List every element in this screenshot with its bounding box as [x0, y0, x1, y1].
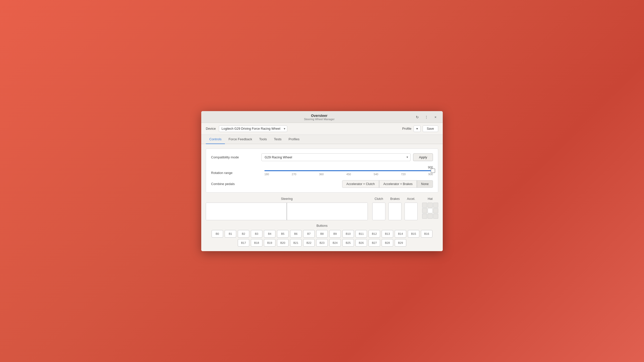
button-b29: B29	[395, 239, 406, 247]
button-b26: B26	[355, 239, 367, 247]
menu-button[interactable]: ⋮	[423, 114, 430, 120]
button-b11: B11	[355, 230, 367, 238]
apply-button[interactable]: Apply	[413, 153, 433, 161]
accel-clutch-button[interactable]: Accelerator + Clutch	[342, 180, 379, 188]
buttons-title: Buttons	[206, 224, 438, 228]
profile-label: Profile	[402, 127, 412, 130]
hat-cell-ml	[422, 208, 427, 213]
device-select-wrap: Logitech G29 Driving Force Racing Wheel	[219, 125, 287, 132]
button-b22: B22	[303, 239, 315, 247]
tick-360: 360	[319, 173, 324, 176]
titlebar: Oversteer Steering Wheel Manager ↻ ⋮ ×	[201, 111, 443, 123]
toolbar-right: Profile ▾ Save	[402, 125, 438, 132]
buttons-section: Buttons B0 B1 B2 B3 B4 B5 B6 B7 B8 B9 B1…	[206, 224, 438, 247]
rotation-slider-thumb[interactable]	[431, 168, 435, 173]
button-b7: B7	[303, 230, 315, 238]
tabs-bar: Controls Force Feedback Tools Tests Prof…	[201, 135, 443, 144]
compatibility-select[interactable]: G29 Racing Wheel	[261, 153, 411, 161]
compatibility-select-wrap: G29 Racing Wheel	[261, 153, 411, 161]
combine-pedals-buttons: Accelerator + Clutch Accelerator + Brake…	[342, 180, 433, 188]
none-button[interactable]: None	[417, 180, 433, 188]
button-b18: B18	[251, 239, 262, 247]
hat-grid	[422, 203, 438, 219]
button-b2: B2	[238, 230, 249, 238]
tick-720: 720	[401, 173, 406, 176]
titlebar-center: Oversteer Steering Wheel Manager	[225, 114, 414, 121]
save-button[interactable]: Save	[423, 125, 438, 132]
button-b20: B20	[277, 239, 289, 247]
app-title: Oversteer	[225, 114, 414, 118]
hat-section: Hat	[422, 197, 438, 219]
steering-title: Steering	[206, 197, 368, 201]
tick-180: 180	[264, 173, 269, 176]
button-b23: B23	[316, 239, 328, 247]
steering-left	[206, 203, 287, 220]
app-subtitle: Steering Wheel Manager	[225, 118, 414, 121]
accel-item: Accel.	[405, 197, 418, 220]
button-b5: B5	[277, 230, 289, 238]
hat-cell-mr	[433, 208, 438, 213]
hat-title: Hat	[428, 197, 432, 201]
tab-controls[interactable]: Controls	[206, 135, 225, 144]
button-b21: B21	[290, 239, 302, 247]
brakes-indicator	[388, 203, 401, 220]
tab-tools[interactable]: Tools	[256, 135, 270, 144]
accel-title: Accel.	[407, 197, 415, 201]
button-b19: B19	[264, 239, 275, 247]
main-content: Compatibility mode G29 Racing Wheel Appl…	[201, 144, 443, 251]
hat-cell-tr	[433, 203, 438, 208]
rotation-value-display: 900	[211, 166, 433, 169]
button-b3: B3	[251, 230, 262, 238]
button-b1: B1	[225, 230, 236, 238]
button-b28: B28	[382, 239, 393, 247]
tick-540: 540	[374, 173, 378, 176]
close-button[interactable]: ×	[432, 114, 439, 120]
accel-indicator	[405, 203, 418, 220]
button-b8: B8	[316, 230, 328, 238]
button-b10: B10	[342, 230, 354, 238]
tab-force-feedback[interactable]: Force Feedback	[225, 135, 256, 144]
profile-dropdown-button[interactable]: ▾	[414, 125, 421, 132]
button-b9: B9	[329, 230, 341, 238]
rotation-label-row: Rotation range 180 270 360 450 540 720	[211, 170, 433, 176]
pedals-group: Clutch Brakes Accel.	[372, 197, 418, 220]
hat-cell-br	[433, 214, 438, 219]
hat-cell-tl	[422, 203, 427, 208]
button-b14: B14	[395, 230, 406, 238]
button-b0: B0	[212, 230, 223, 238]
device-select[interactable]: Logitech G29 Driving Force Racing Wheel	[219, 125, 287, 132]
tab-tests[interactable]: Tests	[270, 135, 285, 144]
rotation-slider-container: 180 270 360 450 540 720 900	[264, 170, 433, 176]
compatibility-row: Compatibility mode G29 Racing Wheel Appl…	[211, 153, 433, 161]
rotation-ticks: 180 270 360 450 540 720 900	[264, 173, 433, 176]
button-b4: B4	[264, 230, 275, 238]
hat-cell-tc	[428, 203, 433, 208]
clutch-indicator	[372, 203, 385, 220]
combine-pedals-row: Combine pedals Accelerator + Clutch Acce…	[211, 180, 433, 188]
button-b12: B12	[369, 230, 380, 238]
brakes-title: Brakes	[390, 197, 399, 201]
tab-profiles[interactable]: Profiles	[285, 135, 303, 144]
compatibility-label: Compatibility mode	[211, 155, 261, 159]
steering-right	[287, 203, 368, 220]
refresh-button[interactable]: ↻	[414, 114, 421, 120]
combine-pedals-label: Combine pedals	[211, 182, 261, 186]
button-b25: B25	[342, 239, 354, 247]
steering-bar	[206, 203, 368, 220]
accel-brakes-button[interactable]: Accelerator + Brakes	[379, 180, 417, 188]
tick-270: 270	[292, 173, 296, 176]
hat-cell-bc	[428, 214, 433, 219]
clutch-title: Clutch	[375, 197, 383, 201]
tick-900: 900	[428, 173, 433, 176]
rotation-row: 900 Rotation range 180 270 360 450 54	[211, 166, 433, 176]
button-b15: B15	[408, 230, 419, 238]
steering-section: Steering	[206, 197, 368, 220]
button-b27: B27	[369, 239, 380, 247]
rotation-slider-track[interactable]	[264, 170, 433, 171]
titlebar-controls: ↻ ⋮ ×	[414, 114, 439, 120]
button-b24: B24	[329, 239, 341, 247]
hat-cell-bl	[422, 214, 427, 219]
tick-450: 450	[346, 173, 351, 176]
toolbar: Device Logitech G29 Driving Force Racing…	[201, 123, 443, 135]
rotation-label: Rotation range	[211, 171, 261, 175]
